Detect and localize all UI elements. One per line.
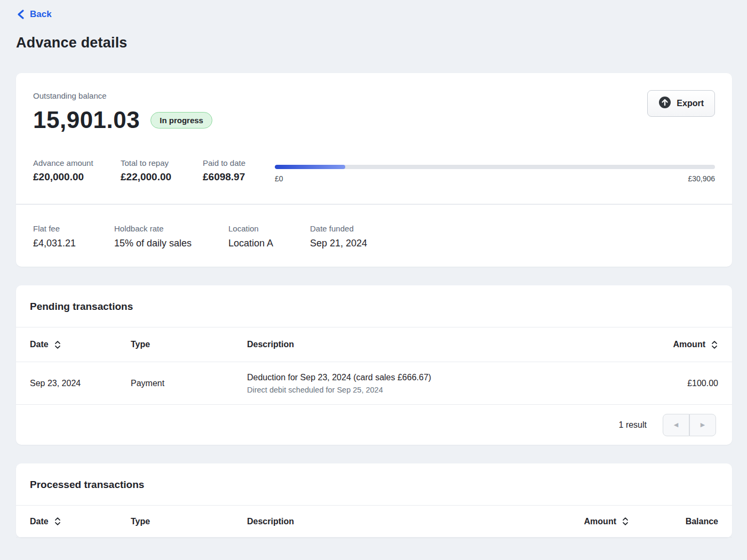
column-header-balance[interactable]: Balance: [629, 517, 718, 526]
detail-label: Flat fee: [33, 224, 114, 233]
next-page-button[interactable]: ▶: [689, 414, 716, 436]
stat-label: Total to repay: [121, 158, 203, 167]
outstanding-balance-label: Outstanding balance: [33, 91, 212, 100]
detail-label: Location: [228, 224, 310, 233]
pending-table-footer: 1 result ◀ ▶: [16, 405, 732, 445]
column-header-date[interactable]: Date: [30, 340, 49, 349]
page-title: Advance details: [16, 35, 732, 51]
export-button[interactable]: Export: [647, 90, 715, 117]
detail-date-funded: Date funded Sep 21, 2024: [310, 224, 367, 249]
arrow-right-icon: ▶: [701, 421, 705, 428]
export-button-label: Export: [677, 99, 704, 108]
column-header-description[interactable]: Description: [247, 340, 611, 349]
column-header-date[interactable]: Date: [30, 517, 49, 526]
column-header-type[interactable]: Type: [131, 340, 247, 349]
cell-amount: £100.00: [611, 379, 718, 388]
pending-table-header: Date Type Description Amount: [16, 327, 732, 362]
stat-paid-to-date: Paid to date £6098.97: [203, 158, 275, 183]
progress-max-label: £30,906: [688, 174, 715, 183]
chevron-left-icon: [16, 9, 26, 20]
stat-value: £6098.97: [203, 171, 275, 183]
column-header-amount[interactable]: Amount: [584, 517, 616, 526]
stat-value: £22,000.00: [121, 171, 203, 183]
pending-transactions-title: Pending transactions: [16, 285, 732, 327]
detail-value: Location A: [228, 238, 310, 249]
result-count: 1 result: [619, 420, 647, 430]
arrow-left-icon: ◀: [674, 421, 678, 428]
detail-label: Date funded: [310, 224, 367, 233]
detail-value: 15% of daily sales: [114, 238, 228, 249]
detail-holdback-rate: Holdback rate 15% of daily sales: [114, 224, 228, 249]
sort-icon[interactable]: [54, 340, 61, 349]
column-header-type[interactable]: Type: [131, 517, 247, 526]
pending-transactions-card: Pending transactions Date Type Descripti…: [16, 285, 732, 445]
detail-flat-fee: Flat fee £4,031.21: [33, 224, 114, 249]
detail-location: Location Location A: [228, 224, 310, 249]
stat-advance-amount: Advance amount £20,000.00: [33, 158, 121, 183]
back-button[interactable]: Back: [16, 9, 52, 20]
upload-icon: [658, 96, 671, 111]
stat-total-to-repay: Total to repay £22,000.00: [121, 158, 203, 183]
outstanding-balance-value: 15,901.03: [33, 107, 140, 133]
progress-min-label: £0: [275, 174, 283, 183]
stat-label: Paid to date: [203, 158, 275, 167]
detail-value: Sep 21, 2024: [310, 238, 367, 249]
table-row[interactable]: Sep 23, 2024 Payment Deduction for Sep 2…: [16, 362, 732, 405]
processed-transactions-title: Processed transactions: [16, 463, 732, 505]
advance-summary-card: Outstanding balance 15,901.03 In progres…: [16, 73, 732, 267]
cell-date: Sep 23, 2024: [30, 379, 81, 388]
cell-description: Deduction for Sep 23, 2024 (card sales £…: [247, 373, 611, 394]
progress-fill: [275, 165, 345, 169]
cell-type: Payment: [131, 379, 247, 388]
pagination: ◀ ▶: [663, 414, 716, 436]
stat-label: Advance amount: [33, 158, 121, 167]
column-header-amount[interactable]: Amount: [673, 340, 705, 349]
detail-value: £4,031.21: [33, 238, 114, 249]
repayment-progress: £0 £30,906: [275, 158, 715, 183]
processed-table-header: Date Type Description Amount Balance: [16, 506, 732, 538]
back-label[interactable]: Back: [30, 9, 52, 20]
processed-transactions-card: Processed transactions Date Type Descrip…: [16, 463, 732, 538]
column-header-description[interactable]: Description: [247, 517, 549, 526]
stat-value: £20,000.00: [33, 171, 121, 183]
sort-icon[interactable]: [711, 340, 718, 349]
outstanding-balance-block: Outstanding balance 15,901.03 In progres…: [33, 91, 212, 133]
previous-page-button[interactable]: ◀: [663, 414, 689, 436]
description-main: Deduction for Sep 23, 2024 (card sales £…: [247, 373, 611, 382]
sort-icon[interactable]: [622, 517, 629, 526]
sort-icon[interactable]: [54, 517, 61, 526]
status-badge: In progress: [150, 112, 212, 129]
description-sub: Direct debit scheduled for Sep 25, 2024: [247, 386, 611, 394]
progress-track: [275, 165, 715, 169]
detail-label: Holdback rate: [114, 224, 228, 233]
